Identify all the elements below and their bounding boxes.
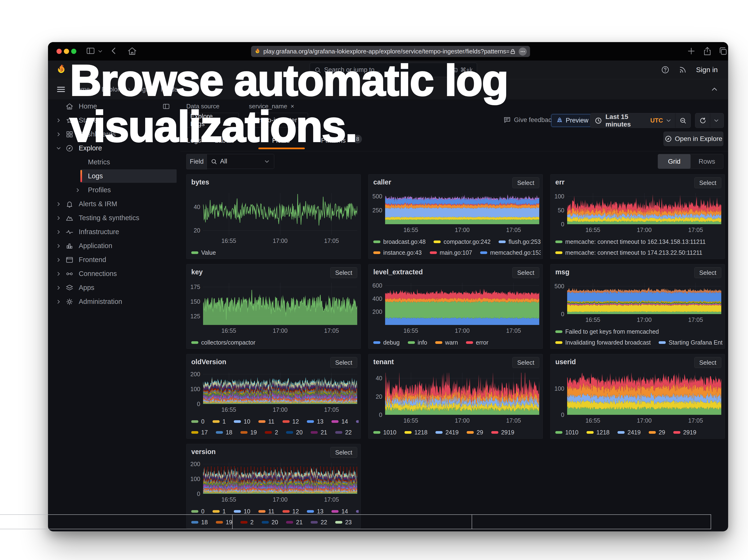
chevron-right-icon[interactable] — [55, 243, 64, 249]
sidebar-item-apps[interactable]: Apps — [48, 281, 180, 295]
refresh-button[interactable] — [695, 113, 724, 128]
legend-item[interactable]: memcached.go:153 — [480, 249, 541, 256]
legend-item[interactable]: 21 — [311, 429, 327, 436]
close-window-button[interactable] — [56, 49, 62, 54]
open-in-explore-button[interactable]: Open in Explore — [663, 132, 723, 146]
tab-overview-chevron-icon[interactable] — [97, 48, 103, 54]
legend-item[interactable]: Failed to get keys from memcached — [555, 328, 659, 335]
select-button[interactable]: Select — [694, 177, 721, 188]
legend-item[interactable]: 22 — [311, 519, 327, 526]
sidebar-item-frontend[interactable]: Frontend — [48, 253, 180, 267]
back-icon[interactable] — [109, 46, 118, 55]
legend-item[interactable]: Value — [191, 249, 216, 256]
select-button[interactable]: Select — [330, 447, 357, 458]
minimize-window-button[interactable] — [64, 49, 69, 54]
legend-item[interactable]: 18 — [191, 519, 208, 526]
legend-item[interactable]: Starting Grafana Enterpri — [659, 339, 723, 346]
grafana-logo-icon[interactable] — [56, 64, 67, 76]
chevron-right-icon[interactable] — [55, 201, 64, 207]
legend-item[interactable]: 2919 — [491, 429, 514, 436]
select-button[interactable]: Select — [330, 357, 357, 368]
chevron-right-icon[interactable] — [55, 131, 64, 137]
sidebar-item-alerts-irm[interactable]: Alerts & IRM — [48, 197, 180, 211]
sign-in-button[interactable]: Sign in — [696, 66, 718, 74]
browser-home-icon[interactable] — [127, 46, 137, 56]
legend-item[interactable]: 23 — [335, 519, 352, 526]
legend-item[interactable]: 2 — [240, 519, 254, 526]
legend-item[interactable]: 15 — [356, 418, 359, 425]
tabs-copy-icon[interactable] — [718, 46, 728, 56]
chevron-right-icon[interactable] — [55, 271, 64, 277]
sidebar-item-application[interactable]: Application — [48, 239, 180, 253]
legend-item[interactable]: 2919 — [673, 429, 697, 436]
legend-item[interactable]: memcache: connect timeout to 162.134.158… — [555, 238, 706, 245]
legend-item[interactable]: 10 — [234, 508, 250, 515]
legend-item[interactable]: 18 — [216, 429, 232, 436]
legend-item[interactable]: 19 — [216, 519, 232, 526]
grid-view-button[interactable]: Grid — [658, 154, 691, 169]
zoom-out-icon[interactable] — [679, 117, 687, 124]
legend-item[interactable]: warn — [435, 339, 458, 346]
sidebar-item-connections[interactable]: Connections — [48, 267, 180, 281]
chevron-up-icon[interactable] — [710, 85, 719, 93]
help-icon[interactable] — [661, 66, 670, 74]
legend-item[interactable]: 19 — [240, 429, 257, 436]
legend-item[interactable]: memcache: connect timeout to 174.213.22.… — [555, 249, 702, 256]
ellipsis-icon[interactable] — [519, 48, 527, 55]
time-range-picker[interactable]: Last 15 minutes UTC — [590, 113, 691, 128]
sidebar-item-profiles[interactable]: Profiles — [48, 183, 180, 197]
legend-item[interactable]: 12 — [282, 508, 299, 515]
chevron-right-icon[interactable] — [55, 215, 64, 221]
select-button[interactable]: Select — [512, 177, 539, 188]
legend-item[interactable]: 1218 — [587, 429, 610, 436]
legend-item[interactable]: 22 — [335, 429, 352, 436]
preview-badge[interactable]: Preview — [551, 114, 593, 127]
sidebar-item-infrastructure[interactable]: Infrastructure — [48, 225, 180, 239]
legend-item[interactable]: Invalidating forwarded broadcast — [555, 339, 651, 346]
legend-item[interactable]: 14 — [331, 418, 348, 425]
legend-item[interactable]: 1 — [213, 418, 226, 425]
chevron-right-icon[interactable] — [55, 257, 64, 263]
legend-item[interactable]: 20 — [262, 519, 278, 526]
legend-item[interactable]: 0 — [191, 508, 205, 515]
legend-item[interactable]: 12 — [282, 418, 299, 425]
legend-item[interactable]: debug — [373, 339, 400, 346]
select-button[interactable]: Select — [512, 357, 539, 368]
legend-item[interactable]: info — [408, 339, 427, 346]
legend-item[interactable]: 20 — [286, 429, 303, 436]
sidebar-item-administration[interactable]: Administration — [48, 295, 180, 309]
give-feedback-link[interactable]: Give feedback — [503, 116, 555, 124]
legend-item[interactable]: collectors/compactor — [191, 339, 255, 346]
legend-item[interactable]: 1 — [213, 508, 226, 515]
rss-icon[interactable] — [678, 66, 687, 74]
legend-item[interactable]: 2419 — [617, 429, 641, 436]
legend-item[interactable]: 0 — [191, 418, 205, 425]
field-search-select[interactable]: All — [207, 154, 274, 169]
legend-item[interactable]: 29 — [467, 429, 483, 436]
select-button[interactable]: Select — [694, 357, 721, 368]
legend-item[interactable]: 21 — [286, 519, 303, 526]
legend-item[interactable]: 10 — [234, 418, 250, 425]
legend-item[interactable]: 13 — [307, 508, 323, 515]
legend-item[interactable]: 11 — [258, 508, 275, 515]
legend-item[interactable]: 1010 — [373, 429, 396, 436]
legend-item[interactable]: 15 — [356, 508, 359, 515]
select-button[interactable]: Select — [694, 267, 721, 278]
new-tab-icon[interactable] — [686, 46, 696, 56]
legend-item[interactable]: 13 — [307, 418, 323, 425]
select-button[interactable]: Select — [512, 267, 539, 278]
sidebar-item-metrics[interactable]: Metrics — [48, 155, 180, 169]
sidebar-item-testing-synthetics[interactable]: Testing & synthetics — [48, 211, 180, 225]
select-button[interactable]: Select — [330, 267, 357, 278]
legend-item[interactable]: 1010 — [555, 429, 579, 436]
legend-item[interactable]: flush.go:253 — [498, 238, 541, 245]
legend-item[interactable]: error — [466, 339, 488, 346]
chevron-right-icon[interactable] — [55, 117, 64, 123]
chevron-down-icon[interactable] — [55, 145, 64, 151]
sidebar-toggle-icon[interactable] — [86, 46, 95, 55]
maximize-window-button[interactable] — [71, 49, 76, 54]
legend-item[interactable]: 29 — [649, 429, 665, 436]
chevron-right-icon[interactable] — [75, 187, 81, 193]
menu-icon[interactable] — [56, 84, 66, 95]
legend-item[interactable]: broadcast.go:48 — [373, 238, 425, 245]
